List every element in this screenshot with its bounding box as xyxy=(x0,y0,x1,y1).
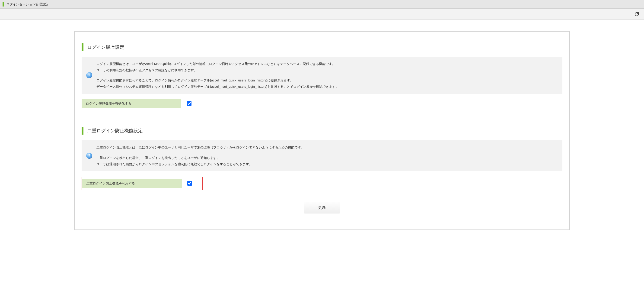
info-line: 二重ログイン防止機能とは、既にログイン中のユーザと同じユーザで別の環境（ブラウザ… xyxy=(96,144,558,151)
section-title-login-history: ログイン履歴設定 xyxy=(87,44,124,50)
section-title-double-login: 二重ログイン防止機能設定 xyxy=(87,128,143,134)
field-label-double-login-enable: 二重ログイン防止機能を利用する xyxy=(82,179,182,188)
title-bar: ログインセッション管理設定 xyxy=(0,0,644,9)
field-control xyxy=(182,181,192,186)
app-frame: ログインセッション管理設定 ログイン履歴設定 i ログイン履歴機能とは、ユーザが… xyxy=(0,0,644,291)
page-title: ログインセッション管理設定 xyxy=(6,2,48,7)
section-heading-login-history: ログイン履歴設定 xyxy=(82,43,562,51)
info-text-login-history: ログイン履歴機能とは、ユーザがAccel-Mart Quickにログインした際の… xyxy=(96,61,558,90)
info-line: ログイン履歴機能とは、ユーザがAccel-Mart Quickにログインした際の… xyxy=(96,61,558,67)
info-icon: i xyxy=(86,72,92,78)
info-line: ログイン履歴機能を有効化することで、ログイン情報がログイン履歴テーブル(acce… xyxy=(96,77,558,84)
info-text-double-login: 二重ログイン防止機能とは、既にログイン中のユーザと同じユーザで別の環境（ブラウザ… xyxy=(96,144,558,167)
title-accent xyxy=(2,2,4,7)
checkbox-login-history-enable[interactable] xyxy=(187,101,192,106)
field-control xyxy=(181,101,192,107)
content-area: ログイン履歴設定 i ログイン履歴機能とは、ユーザがAccel-Mart Qui… xyxy=(0,20,644,239)
toolbar xyxy=(0,9,644,20)
checkbox-double-login-enable[interactable] xyxy=(187,181,192,186)
field-row-login-history-enable: ログイン履歴機能を有効化する xyxy=(82,99,562,108)
info-line: ユーザの利用状況の把握や不正アクセスの確認などに利用できます。 xyxy=(96,67,558,73)
info-line: データベース操作（システム運用管理）などを利用してログイン履歴テーブル(acce… xyxy=(96,84,558,90)
section-accent xyxy=(82,127,84,135)
section-accent xyxy=(82,43,84,51)
info-line: ユーザは通知された画面からログイン中のセッションを強制的に無効化しログインをする… xyxy=(96,161,558,167)
highlight-box: 二重ログイン防止機能を利用する xyxy=(82,177,202,190)
highlighted-field-double-login: 二重ログイン防止機能を利用する xyxy=(82,177,562,190)
action-row: 更新 xyxy=(82,202,562,213)
info-box-double-login: i 二重ログイン防止機能とは、既にログイン中のユーザと同じユーザで別の環境（ブラ… xyxy=(82,140,562,171)
section-heading-double-login: 二重ログイン防止機能設定 xyxy=(82,127,562,135)
info-box-login-history: i ログイン履歴機能とは、ユーザがAccel-Mart Quickにログインした… xyxy=(82,57,562,94)
settings-panel: ログイン履歴設定 i ログイン履歴機能とは、ユーザがAccel-Mart Qui… xyxy=(74,31,570,230)
field-label-login-history-enable: ログイン履歴機能を有効化する xyxy=(82,99,181,108)
info-line: 二重ログインを検出した場合、二重ログインを検出したことをユーザに通知します。 xyxy=(96,155,558,161)
update-button[interactable]: 更新 xyxy=(304,202,340,213)
info-icon: i xyxy=(86,153,92,159)
refresh-icon[interactable] xyxy=(634,12,639,17)
